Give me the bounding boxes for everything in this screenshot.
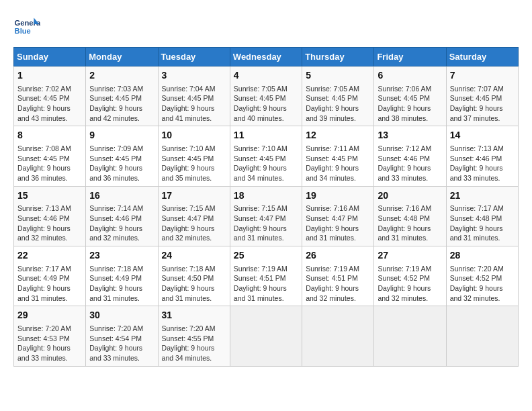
day-number: 31 [162,309,226,322]
calendar-cell [374,306,446,366]
sunset: Sunset: 4:45 PM [89,154,142,163]
calendar-cell: 23Sunrise: 7:18 AMSunset: 4:49 PMDayligh… [86,246,158,306]
calendar-cell: 12Sunrise: 7:11 AMSunset: 4:45 PMDayligh… [302,126,374,186]
daylight: Daylight: 9 hours and 31 minutes. [234,284,287,302]
sunset: Sunset: 4:49 PM [89,274,142,282]
day-of-week-header: Friday [374,48,446,66]
sunrise: Sunrise: 7:17 AM [450,204,504,212]
sunrise: Sunrise: 7:10 AM [162,144,216,152]
sunset: Sunset: 4:49 PM [17,274,70,282]
day-of-week-header: Saturday [446,48,518,66]
sunset: Sunset: 4:45 PM [162,94,214,102]
sunset: Sunset: 4:54 PM [89,334,142,342]
sunset: Sunset: 4:47 PM [234,214,286,222]
calendar-cell: 14Sunrise: 7:13 AMSunset: 4:46 PMDayligh… [446,126,518,186]
sunset: Sunset: 4:46 PM [378,154,430,163]
daylight: Daylight: 9 hours and 43 minutes. [17,104,71,122]
sunrise: Sunrise: 7:20 AM [162,324,216,332]
daylight: Daylight: 9 hours and 36 minutes. [89,164,142,182]
day-of-week-header: Wednesday [230,48,302,66]
sunrise: Sunrise: 7:18 AM [162,265,216,273]
calendar-cell: 10Sunrise: 7:10 AMSunset: 4:45 PMDayligh… [158,126,230,186]
day-number: 20 [378,189,442,203]
day-of-week-header: Tuesday [158,48,230,66]
daylight: Daylight: 9 hours and 34 minutes. [306,164,359,182]
sunrise: Sunrise: 7:07 AM [450,85,504,93]
calendar-cell: 21Sunrise: 7:17 AMSunset: 4:48 PMDayligh… [446,186,518,246]
sunrise: Sunrise: 7:03 AM [89,85,143,93]
sunset: Sunset: 4:48 PM [450,214,502,222]
day-number: 28 [450,249,515,263]
sunset: Sunset: 4:52 PM [378,274,430,282]
daylight: Daylight: 9 hours and 34 minutes. [234,164,287,182]
sunset: Sunset: 4:45 PM [234,94,286,102]
calendar-cell [446,306,518,366]
daylight: Daylight: 9 hours and 37 minutes. [450,104,503,122]
daylight: Daylight: 9 hours and 35 minutes. [162,164,215,182]
day-number: 3 [162,69,226,83]
calendar-cell: 30Sunrise: 7:20 AMSunset: 4:54 PMDayligh… [86,306,158,366]
calendar-week-row: 22Sunrise: 7:17 AMSunset: 4:49 PMDayligh… [14,246,519,306]
calendar-cell: 19Sunrise: 7:16 AMSunset: 4:47 PMDayligh… [302,186,374,246]
calendar-cell: 25Sunrise: 7:19 AMSunset: 4:51 PMDayligh… [230,246,302,306]
sunset: Sunset: 4:51 PM [306,274,358,282]
day-number: 21 [450,189,515,203]
daylight: Daylight: 9 hours and 32 minutes. [306,284,359,302]
daylight: Daylight: 9 hours and 32 minutes. [17,224,71,242]
header: General Blue [13,13,519,40]
calendar-cell: 6Sunrise: 7:06 AMSunset: 4:45 PMDaylight… [374,66,446,126]
sunrise: Sunrise: 7:14 AM [89,204,143,212]
sunset: Sunset: 4:48 PM [378,214,430,222]
sunset: Sunset: 4:53 PM [17,334,70,342]
sunset: Sunset: 4:45 PM [17,154,70,163]
day-number: 18 [234,189,298,203]
daylight: Daylight: 9 hours and 32 minutes. [450,284,503,302]
calendar-week-row: 8Sunrise: 7:08 AMSunset: 4:45 PMDaylight… [14,126,519,186]
daylight: Daylight: 9 hours and 32 minutes. [162,224,215,242]
calendar-cell: 3Sunrise: 7:04 AMSunset: 4:45 PMDaylight… [158,66,230,126]
sunrise: Sunrise: 7:09 AM [89,144,143,152]
sunrise: Sunrise: 7:19 AM [234,265,287,273]
calendar-cell: 13Sunrise: 7:12 AMSunset: 4:46 PMDayligh… [374,126,446,186]
daylight: Daylight: 9 hours and 32 minutes. [89,224,142,242]
sunset: Sunset: 4:46 PM [450,154,502,163]
logo-icon: General Blue [13,13,40,40]
day-number: 30 [89,309,154,322]
daylight: Daylight: 9 hours and 38 minutes. [378,104,431,122]
sunset: Sunset: 4:45 PM [162,154,214,163]
daylight: Daylight: 9 hours and 34 minutes. [162,344,215,362]
calendar-cell: 4Sunrise: 7:05 AMSunset: 4:45 PMDaylight… [230,66,302,126]
daylight: Daylight: 9 hours and 31 minutes. [306,224,359,242]
sunset: Sunset: 4:45 PM [450,94,502,102]
calendar-header-row: SundayMondayTuesdayWednesdayThursdayFrid… [14,48,519,66]
day-number: 25 [234,249,298,263]
day-number: 10 [162,129,226,142]
daylight: Daylight: 9 hours and 39 minutes. [306,104,359,122]
day-number: 4 [234,69,298,83]
daylight: Daylight: 9 hours and 36 minutes. [17,164,71,182]
sunset: Sunset: 4:45 PM [89,94,142,102]
sunset: Sunset: 4:46 PM [17,214,70,222]
daylight: Daylight: 9 hours and 31 minutes. [89,284,142,302]
daylight: Daylight: 9 hours and 31 minutes. [17,284,71,302]
daylight: Daylight: 9 hours and 41 minutes. [162,104,215,122]
daylight: Daylight: 9 hours and 31 minutes. [234,224,287,242]
calendar-cell: 2Sunrise: 7:03 AMSunset: 4:45 PMDaylight… [86,66,158,126]
calendar-cell: 17Sunrise: 7:15 AMSunset: 4:47 PMDayligh… [158,186,230,246]
daylight: Daylight: 9 hours and 40 minutes. [234,104,287,122]
day-number: 15 [17,189,82,203]
daylight: Daylight: 9 hours and 33 minutes. [450,164,503,182]
daylight: Daylight: 9 hours and 31 minutes. [162,284,215,302]
sunset: Sunset: 4:55 PM [162,334,214,342]
calendar-week-row: 15Sunrise: 7:13 AMSunset: 4:46 PMDayligh… [14,186,519,246]
sunrise: Sunrise: 7:02 AM [17,85,71,93]
day-number: 27 [378,249,442,263]
day-number: 11 [234,129,298,142]
calendar-cell: 18Sunrise: 7:15 AMSunset: 4:47 PMDayligh… [230,186,302,246]
day-number: 22 [17,249,82,263]
calendar-week-row: 29Sunrise: 7:20 AMSunset: 4:53 PMDayligh… [14,306,519,366]
sunrise: Sunrise: 7:16 AM [306,204,359,212]
calendar-cell: 20Sunrise: 7:16 AMSunset: 4:48 PMDayligh… [374,186,446,246]
calendar-cell: 24Sunrise: 7:18 AMSunset: 4:50 PMDayligh… [158,246,230,306]
sunset: Sunset: 4:46 PM [89,214,142,222]
